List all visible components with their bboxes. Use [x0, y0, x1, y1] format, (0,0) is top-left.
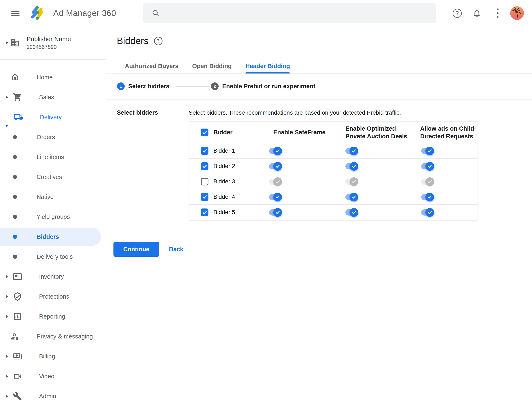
chevron-right-icon: [6, 295, 8, 298]
table-header-row: Bidder Enable SafeFrame Enable Optimized…: [189, 122, 477, 143]
banknote-icon: [12, 351, 23, 361]
back-button[interactable]: Back: [169, 242, 183, 257]
help-icon: ?: [453, 9, 462, 18]
column-header-bidder: Bidder: [213, 122, 233, 143]
sidebar-item-sales[interactable]: Sales: [0, 87, 106, 107]
search-icon: [152, 9, 160, 17]
bidder-checkbox[interactable]: [201, 147, 209, 155]
safeframe-toggle[interactable]: [269, 163, 280, 169]
sidebar-item-delivery[interactable]: Delivery: [0, 107, 106, 127]
optimized-deals-toggle[interactable]: [345, 148, 357, 154]
optimized-deals-toggle[interactable]: [345, 209, 357, 216]
table-row: Bidder 5: [189, 204, 477, 220]
bidder-name: Bidder 5: [213, 205, 235, 220]
more-options-button[interactable]: [495, 0, 501, 26]
sidebar-item-orders[interactable]: Orders: [0, 127, 106, 147]
sidebar: Publisher Name 1234567890 Home Sales: [0, 26, 106, 407]
safeframe-toggle[interactable]: [269, 148, 280, 154]
app-title: Ad Manager 360: [53, 0, 116, 26]
table-row: Bidder 2: [189, 158, 477, 174]
sidebar-item-privacy-messaging[interactable]: Privacy & messaging: [0, 326, 106, 346]
app-header: Ad Manager 360 ?: [0, 0, 532, 26]
bidders-table: Bidder Enable SafeFrame Enable Optimized…: [189, 121, 478, 220]
continue-button[interactable]: Continue: [113, 242, 159, 257]
table-row: Bidder 4: [189, 189, 477, 204]
tab-open-bidding[interactable]: Open Bidding: [192, 59, 232, 73]
person-badge-icon: [10, 331, 20, 341]
bidder-checkbox[interactable]: [201, 193, 209, 201]
cart-icon: [12, 92, 23, 102]
bidder-checkbox[interactable]: [201, 178, 209, 185]
child-directed-toggle[interactable]: [421, 194, 432, 200]
main-content: Bidders ? Authorized Buyers Open Bidding…: [106, 26, 532, 407]
menu-hamburger-icon[interactable]: [11, 11, 20, 16]
tab-header-bidding[interactable]: Header Bidding: [245, 59, 290, 73]
bidder-checkbox[interactable]: [201, 209, 209, 216]
optimized-deals-toggle[interactable]: [345, 194, 357, 200]
chevron-right-icon: [6, 315, 8, 318]
sidebar-item-inventory[interactable]: Inventory: [0, 267, 106, 287]
account-avatar[interactable]: [510, 6, 524, 20]
sidebar-item-yield-groups[interactable]: Yield groups: [0, 207, 106, 227]
sidebar-item-native[interactable]: Native: [0, 187, 106, 207]
child-directed-toggle: [421, 179, 432, 185]
publisher-name: Publisher Name: [27, 36, 71, 43]
sidebar-item-home[interactable]: Home: [0, 67, 106, 87]
chevron-right-icon: [6, 41, 8, 44]
page-title: Bidders: [117, 36, 149, 46]
inventory-icon: [12, 272, 23, 282]
sidebar-item-protections[interactable]: Protections: [0, 287, 106, 306]
sidebar-nav: Home Sales Delivery Orders: [0, 60, 106, 406]
sidebar-item-creatives[interactable]: Creatives: [0, 167, 106, 187]
column-header-optimized-deals: Enable Optimized Private Auction Deals: [345, 122, 415, 143]
publisher-switcher[interactable]: Publisher Name 1234567890: [0, 26, 106, 60]
home-icon: [10, 72, 20, 82]
step-1-label: Select bidders: [128, 83, 169, 90]
select-all-checkbox[interactable]: [201, 129, 209, 136]
sidebar-item-billing[interactable]: Billing: [0, 346, 106, 366]
optimized-deals-toggle[interactable]: [345, 163, 357, 169]
table-row: Bidder 1: [189, 143, 477, 158]
truck-icon: [13, 112, 23, 122]
stepper: 1 Select bidders 2 Enable Prebid or run …: [106, 73, 532, 99]
bidder-checkbox[interactable]: [201, 162, 209, 170]
shield-check-icon: [12, 291, 23, 302]
wrench-icon: [12, 391, 23, 401]
child-directed-toggle[interactable]: [421, 148, 432, 154]
sidebar-item-line-items[interactable]: Line items: [0, 147, 106, 167]
sidebar-item-bidders[interactable]: Bidders: [0, 227, 106, 247]
sidebar-item-reporting[interactable]: Reporting: [0, 306, 106, 326]
bidder-name: Bidder 4: [213, 189, 235, 204]
child-directed-toggle[interactable]: [421, 209, 432, 216]
bullet-icon: [13, 215, 17, 219]
section-label: Select bidders: [117, 109, 158, 116]
bullet-icon: [13, 175, 17, 179]
bar-chart-icon: [12, 312, 23, 321]
bullet-icon: [13, 135, 17, 139]
ad-manager-logo-icon: [31, 6, 43, 21]
tab-authorized-buyers[interactable]: Authorized Buyers: [125, 59, 178, 73]
sidebar-item-admin[interactable]: Admin: [0, 386, 106, 406]
notifications-bell-icon: [472, 8, 482, 18]
sidebar-item-delivery-tools[interactable]: Delivery tools: [0, 247, 106, 267]
safeframe-toggle[interactable]: [269, 209, 280, 216]
bullet-icon: [13, 255, 17, 259]
tab-bar: Authorized Buyers Open Bidding Header Bi…: [106, 59, 532, 73]
search-bar[interactable]: [143, 3, 436, 23]
column-header-child-directed: Allow ads on Child-Directed Requests: [420, 122, 485, 143]
chevron-right-icon: [6, 395, 8, 398]
page-help-icon[interactable]: ?: [154, 37, 162, 45]
search-input[interactable]: [165, 9, 430, 17]
bullet-icon: [13, 155, 17, 159]
chevron-right-icon: [6, 355, 8, 358]
help-button[interactable]: ?: [453, 0, 462, 26]
step-2-circle: 2: [211, 82, 219, 90]
safeframe-toggle[interactable]: [269, 194, 280, 200]
videocam-icon: [12, 371, 23, 381]
sidebar-item-video[interactable]: Video: [0, 366, 106, 386]
step-2-label: Enable Prebid or run experiment: [222, 83, 315, 90]
safeframe-toggle: [269, 179, 280, 185]
notifications-button[interactable]: [472, 0, 482, 26]
optimized-deals-toggle: [345, 179, 357, 185]
child-directed-toggle[interactable]: [421, 163, 432, 169]
